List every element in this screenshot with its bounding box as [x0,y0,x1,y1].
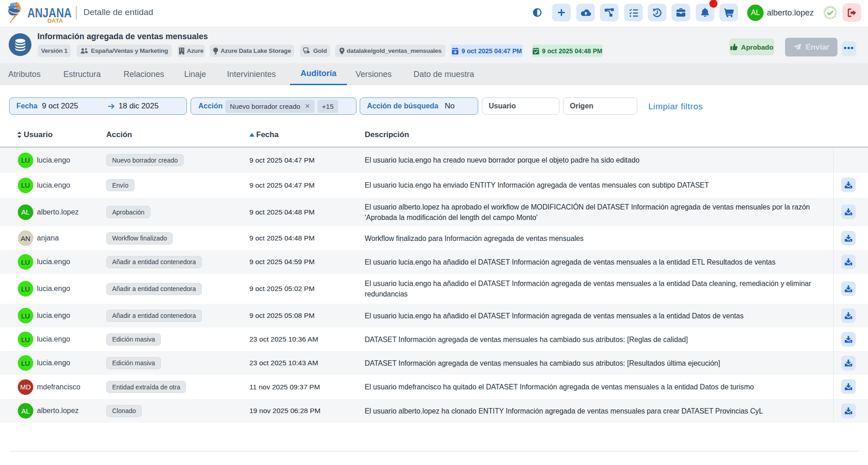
svg-text:DATA: DATA [47,18,63,24]
